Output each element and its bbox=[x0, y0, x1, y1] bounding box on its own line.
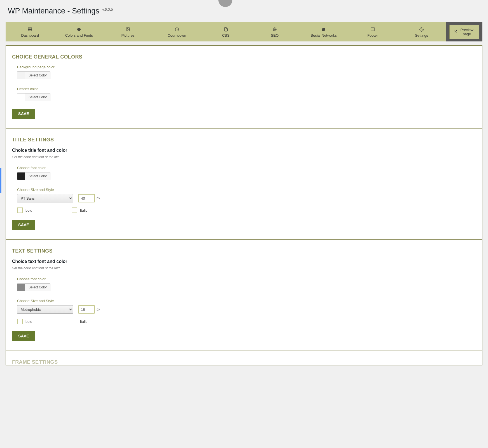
svg-point-11 bbox=[421, 29, 422, 30]
bg-color-picker[interactable]: Select Color bbox=[17, 71, 50, 79]
tab-label: Colors and Fonts bbox=[57, 33, 101, 38]
save-button[interactable]: SAVE bbox=[12, 109, 35, 119]
title-size-input[interactable] bbox=[78, 194, 95, 202]
italic-checkbox-wrap[interactable]: Italic bbox=[72, 319, 88, 324]
bold-checkbox[interactable] bbox=[17, 207, 23, 213]
bg-color-swatch bbox=[17, 72, 25, 79]
tab-label: Pictures bbox=[106, 33, 150, 38]
header-color-swatch bbox=[17, 94, 25, 101]
panel-title-settings: TITLE SETTINGS Choice title font and col… bbox=[6, 129, 482, 240]
italic-checkbox-wrap[interactable]: Italic bbox=[72, 207, 88, 213]
title-font-select[interactable]: PT Sans bbox=[17, 194, 73, 202]
description: Set the color and font of the text bbox=[12, 266, 476, 270]
bg-color-label: Background page color bbox=[17, 65, 476, 69]
text-color-swatch bbox=[17, 284, 25, 291]
preview-tab[interactable]: Preview page bbox=[446, 22, 482, 41]
select-color-button[interactable]: Select Color bbox=[25, 284, 50, 291]
bold-checkbox[interactable] bbox=[17, 319, 23, 324]
tab-social[interactable]: Social Networks bbox=[299, 22, 348, 41]
tab-label: Social Networks bbox=[302, 33, 346, 38]
save-button[interactable]: SAVE bbox=[12, 220, 35, 230]
page-header: WP Maintenance - Settings v.6.0.5 bbox=[0, 0, 488, 22]
title-color-swatch bbox=[17, 172, 25, 180]
header-color-picker[interactable]: Select Color bbox=[17, 93, 50, 101]
text-font-color-picker[interactable]: Select Color bbox=[17, 283, 50, 291]
px-label: px bbox=[97, 307, 100, 311]
tab-label: Dashboard bbox=[8, 33, 52, 38]
tab-dashboard[interactable]: Dashboard bbox=[6, 22, 55, 41]
panel-heading: TITLE SETTINGS bbox=[12, 137, 476, 143]
file-icon bbox=[224, 27, 228, 32]
italic-checkbox[interactable] bbox=[72, 319, 77, 324]
text-font-select[interactable]: Metrophobic bbox=[17, 305, 73, 314]
tab-label: Countdown bbox=[155, 33, 199, 38]
panel-heading: CHOICE GENERAL COLORS bbox=[12, 54, 476, 60]
svg-rect-2 bbox=[28, 30, 30, 31]
svg-point-4 bbox=[77, 28, 81, 31]
version-text: v.6.0.5 bbox=[102, 7, 113, 11]
palette-icon bbox=[77, 27, 81, 32]
svg-rect-3 bbox=[30, 30, 32, 31]
image-icon bbox=[126, 27, 130, 32]
px-label: px bbox=[97, 196, 100, 200]
title-font-color-picker[interactable]: Select Color bbox=[17, 172, 50, 180]
size-style-label: Choose Size and Style bbox=[17, 299, 476, 303]
dashboard-icon bbox=[28, 27, 32, 32]
bold-checkbox-wrap[interactable]: bold bbox=[17, 319, 32, 324]
italic-label: Italic bbox=[80, 319, 88, 324]
subheading: Choice title font and color bbox=[12, 148, 476, 153]
italic-label: Italic bbox=[80, 208, 88, 213]
tab-seo[interactable]: SEO bbox=[250, 22, 299, 41]
tab-label: Footer bbox=[350, 33, 395, 38]
svg-rect-1 bbox=[30, 28, 32, 29]
tab-footer[interactable]: Footer bbox=[348, 22, 397, 41]
globe-icon bbox=[272, 27, 277, 32]
select-color-button[interactable]: Select Color bbox=[25, 72, 50, 79]
panel-heading: TEXT SETTINGS bbox=[12, 248, 476, 254]
panel-heading: FRAME SETTINGS bbox=[12, 359, 476, 365]
tab-bar: Dashboard Colors and Fonts Pictures Coun… bbox=[6, 22, 482, 41]
subheading: Choice text font and color bbox=[12, 259, 476, 264]
bold-label: bold bbox=[25, 319, 32, 324]
panel-text-settings: TEXT SETTINGS Choice text font and color… bbox=[6, 240, 482, 351]
panel-frame-settings: FRAME SETTINGS bbox=[6, 351, 482, 365]
bold-checkbox-wrap[interactable]: bold bbox=[17, 207, 32, 213]
svg-rect-0 bbox=[28, 28, 30, 29]
description: Set the color and font of the title bbox=[12, 155, 476, 159]
tab-css[interactable]: CSS bbox=[201, 22, 250, 41]
page-title: WP Maintenance - Settings v.6.0.5 bbox=[8, 7, 480, 15]
size-style-label: Choose Size and Style bbox=[17, 188, 476, 192]
footer-icon bbox=[370, 27, 375, 32]
text-size-input[interactable] bbox=[78, 305, 95, 314]
tab-settings[interactable]: Settings bbox=[397, 22, 446, 41]
chat-icon bbox=[321, 27, 326, 32]
tab-colors-fonts[interactable]: Colors and Fonts bbox=[55, 22, 104, 41]
tab-label: SEO bbox=[253, 33, 297, 38]
gear-icon bbox=[419, 27, 424, 32]
page-title-text: WP Maintenance - Settings bbox=[8, 7, 99, 15]
tab-label: CSS bbox=[204, 33, 248, 38]
bold-label: bold bbox=[25, 208, 32, 213]
tab-pictures[interactable]: Pictures bbox=[104, 22, 153, 41]
panel-general-colors: CHOICE GENERAL COLORS Background page co… bbox=[6, 45, 482, 129]
font-color-label: Choose font color bbox=[17, 277, 476, 281]
svg-line-12 bbox=[455, 31, 457, 32]
svg-point-6 bbox=[127, 29, 128, 29]
side-handle bbox=[0, 168, 1, 193]
preview-label: Preview page bbox=[459, 28, 475, 36]
font-color-label: Choose font color bbox=[17, 166, 476, 170]
external-link-icon bbox=[454, 30, 457, 34]
select-color-button[interactable]: Select Color bbox=[25, 94, 50, 101]
tab-label: Settings bbox=[399, 33, 444, 38]
clock-icon bbox=[175, 27, 179, 32]
header-color-label: Header color bbox=[17, 87, 476, 91]
italic-checkbox[interactable] bbox=[72, 207, 77, 213]
svg-rect-9 bbox=[371, 28, 374, 31]
tab-countdown[interactable]: Countdown bbox=[152, 22, 201, 41]
select-color-button[interactable]: Select Color bbox=[25, 172, 50, 180]
save-button[interactable]: SAVE bbox=[12, 331, 35, 341]
